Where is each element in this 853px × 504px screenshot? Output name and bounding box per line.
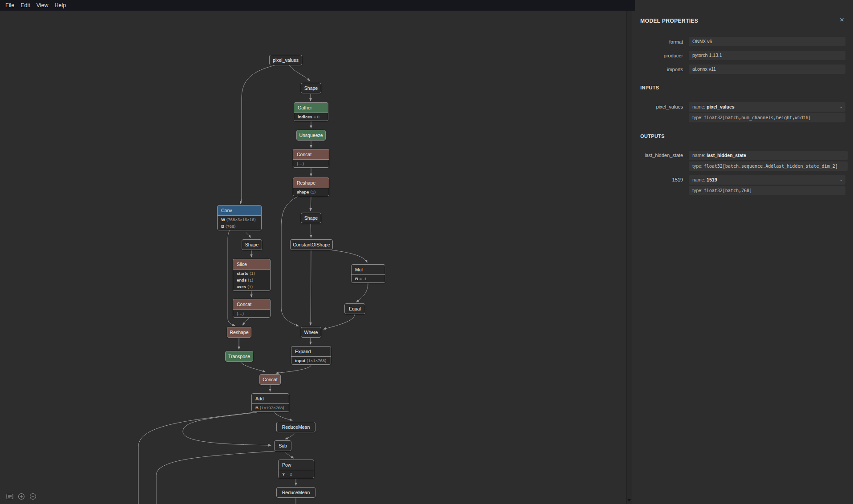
graph-node-shape_1[interactable]: Shape: [301, 83, 321, 93]
output-row-last-hidden-state: last_hidden_state name: last_hidden_stat…: [632, 151, 853, 171]
graph-node-unsqueeze[interactable]: Unsqueeze: [296, 130, 326, 141]
io-type-field: type: float32[batch,num_channels,height,…: [689, 113, 845, 122]
property-label: imports: [632, 67, 683, 72]
node-label: Mul: [352, 265, 385, 274]
node-attributes: indices = 0: [294, 113, 328, 121]
node-label: Pow: [279, 460, 314, 470]
zoom-in-icon[interactable]: [17, 492, 25, 500]
property-label: producer: [632, 53, 683, 58]
collapse-toggle[interactable]: -: [842, 151, 844, 160]
node-label: Reshape: [293, 178, 329, 188]
node-label: Shape: [301, 213, 321, 223]
node-label: ConstantOfShape: [291, 240, 332, 250]
graph-node-concat_1[interactable]: Concat(…): [293, 149, 329, 168]
io-name-field: name: last_hidden_state -: [689, 151, 848, 160]
node-label: Sub: [275, 441, 291, 451]
collapse-toggle[interactable]: -: [841, 102, 842, 112]
graph-node-slice[interactable]: Slicestarts ⟨1⟩ends ⟨1⟩axes ⟨1⟩: [233, 259, 271, 291]
node-attributes: input ⟨1×1×768⟩: [291, 356, 331, 364]
io-type-field: type: float32[batch,sequence,Addlast_hid…: [689, 161, 848, 171]
menu-edit[interactable]: Edit: [18, 2, 34, 8]
node-label: Reshape: [227, 327, 251, 337]
graph-node-mul[interactable]: MulB = -1: [351, 264, 385, 283]
node-label: Concat: [233, 299, 270, 309]
node-label: Concat: [293, 149, 329, 159]
node-attributes: starts ⟨1⟩ends ⟨1⟩axes ⟨1⟩: [233, 269, 270, 290]
node-attributes: Y = 2: [279, 470, 314, 478]
list-icon[interactable]: [6, 492, 14, 500]
graph-node-sub[interactable]: Sub: [274, 440, 291, 451]
graph-node-reshape_2[interactable]: Reshape: [227, 327, 251, 338]
output-row-1519: 1519 name: 1519 - type: float32[batch,76…: [632, 175, 853, 195]
node-attributes: (…): [233, 309, 270, 317]
graph-node-pixel_values[interactable]: pixel_values: [269, 55, 302, 65]
node-label: Shape: [242, 240, 262, 250]
graph-node-reducemean_2[interactable]: ReduceMean: [276, 487, 315, 498]
graph-node-shape_3[interactable]: Shape: [242, 239, 262, 250]
inputs-header: INPUTS: [640, 85, 853, 90]
io-name-field: name: 1519 -: [689, 175, 845, 185]
graph-node-reshape_1[interactable]: Reshapeshape ⟨1⟩: [293, 177, 329, 196]
graph-node-add[interactable]: AddB ⟨1×197×768⟩: [251, 393, 289, 412]
canvas-controls: [6, 492, 37, 500]
graph-node-shape_2[interactable]: Shape: [301, 213, 321, 223]
node-label: Expand: [291, 347, 331, 356]
menu-help[interactable]: Help: [53, 2, 70, 8]
node-label: Concat: [260, 375, 280, 384]
node-label: Where: [301, 327, 321, 337]
canvas-scrollbar[interactable]: [626, 11, 632, 504]
graph-node-reducemean_1[interactable]: ReduceMean: [276, 422, 315, 432]
node-label: Transpose: [226, 351, 253, 361]
panel-title: MODEL PROPERTIES: [640, 18, 853, 24]
graph-node-expand[interactable]: Expandinput ⟨1×1×768⟩: [291, 346, 331, 365]
io-type-field: type: float32[batch,768]: [689, 186, 845, 195]
graph-node-equal[interactable]: Equal: [344, 303, 365, 314]
node-label: Shape: [301, 83, 321, 93]
property-value: ai.onnx v11: [689, 65, 845, 74]
property-row-format: format ONNX v6: [632, 37, 853, 46]
menu-bar: File Edit View Help: [0, 0, 635, 11]
node-label: Slice: [233, 259, 270, 269]
node-label: Equal: [345, 304, 365, 314]
scroll-down-icon[interactable]: [627, 499, 631, 502]
node-label: Add: [252, 394, 289, 403]
menu-file[interactable]: File: [3, 2, 18, 8]
graph-node-transpose[interactable]: Transpose: [225, 351, 253, 362]
io-label: last_hidden_state: [632, 151, 683, 171]
property-row-producer: producer pytorch 1.13.1: [632, 51, 853, 60]
property-row-imports: imports ai.onnx v11: [632, 65, 853, 74]
node-attributes: shape ⟨1⟩: [293, 188, 329, 196]
node-label: Unsqueeze: [297, 130, 325, 140]
collapse-toggle[interactable]: -: [841, 175, 842, 185]
node-label: Conv: [218, 206, 261, 215]
node-attributes: B ⟨1×197×768⟩: [252, 403, 289, 411]
input-row-pixel-values: pixel_values name: pixel_values - type: …: [632, 102, 853, 122]
node-label: Gather: [294, 103, 328, 113]
graph-node-concat_3[interactable]: Concat: [259, 374, 281, 385]
zoom-out-icon[interactable]: [29, 492, 37, 500]
node-attributes: (…): [293, 159, 329, 167]
graph-node-gather[interactable]: Gatherindices = 0: [294, 102, 328, 121]
graph-canvas[interactable]: pixel_valuesShapeGatherindices = 0Unsque…: [0, 11, 632, 504]
io-label: pixel_values: [632, 102, 683, 122]
property-value: ONNX v6: [689, 37, 845, 46]
menu-view[interactable]: View: [34, 2, 53, 8]
node-label: ReduceMean: [277, 488, 315, 497]
graph-node-constantofshape[interactable]: ConstantOfShape: [290, 239, 333, 250]
node-attributes: B = -1: [352, 274, 385, 282]
outputs-header: OUTPUTS: [640, 133, 853, 139]
model-properties-panel: MODEL PROPERTIES × format ONNX v6 produc…: [632, 0, 853, 504]
node-label: pixel_values: [270, 55, 302, 65]
graph-node-concat_2[interactable]: Concat(…): [233, 299, 271, 318]
io-name-field: name: pixel_values -: [689, 102, 845, 112]
property-value: pytorch 1.13.1: [689, 51, 845, 60]
property-label: format: [632, 39, 683, 44]
node-attributes: W ⟨768×3×16×16⟩B ⟨768⟩: [218, 215, 261, 230]
close-icon[interactable]: ×: [840, 16, 844, 24]
graph-node-where[interactable]: Where: [301, 327, 321, 338]
graph-node-conv[interactable]: ConvW ⟨768×3×16×16⟩B ⟨768⟩: [217, 205, 262, 230]
node-label: ReduceMean: [277, 422, 315, 432]
graph-node-pow[interactable]: PowY = 2: [278, 460, 314, 478]
io-label: 1519: [632, 175, 683, 195]
